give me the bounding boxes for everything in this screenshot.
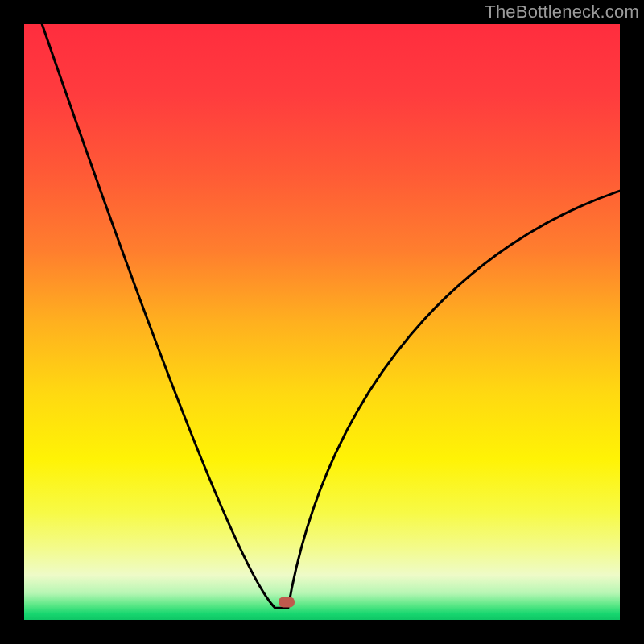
chart-frame: TheBottleneck.com — [0, 0, 644, 644]
plot-area — [24, 24, 620, 620]
bottleneck-curve — [24, 24, 620, 620]
watermark-text: TheBottleneck.com — [485, 2, 639, 23]
